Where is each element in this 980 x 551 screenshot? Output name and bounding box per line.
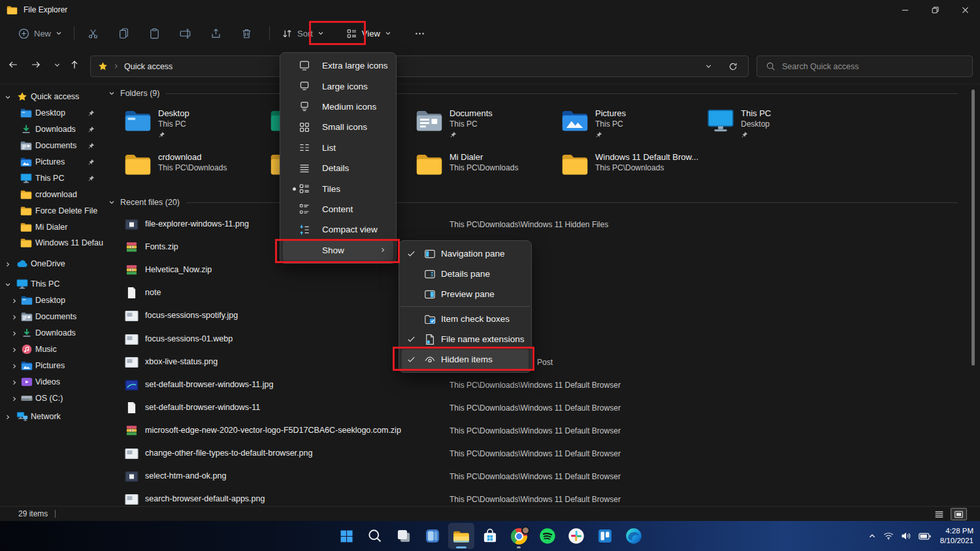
file-row-file-explorer-windows-11-png[interactable]: file-explorer-windows-11.pngThis PC\Down… [103,217,972,234]
taskbar-widgets[interactable] [419,523,446,549]
sidebar-item-pictures[interactable]: Pictures [0,154,103,170]
taskbar-widgets-icon [424,527,441,544]
sort-button[interactable]: Sort [275,22,331,44]
recent-locations-button[interactable] [47,55,67,74]
show-submenu-item-navigation-pane[interactable]: Navigation pane [402,244,529,264]
up-button[interactable] [65,55,84,74]
sidebar-item-this-pc[interactable]: This PC [0,170,103,187]
sidebar-item-documents[interactable]: Documents [0,309,103,325]
close-button[interactable] [950,0,980,20]
wifi-icon[interactable] [883,531,894,541]
taskbar-chrome[interactable] [506,523,532,549]
share-button[interactable] [203,22,229,44]
copy-icon [118,28,129,39]
minimize-button[interactable] [890,0,920,20]
back-button[interactable] [3,55,23,74]
sidebar-item-quick-access[interactable]: Quick access [0,89,103,105]
cut-button[interactable] [80,22,106,44]
large-icons-view-toggle[interactable] [951,508,967,520]
show-submenu-item-hidden-items[interactable]: Hidden items [402,349,529,370]
sidebar-item-music[interactable]: Music [0,341,103,358]
paste-icon [149,28,160,39]
download-icon [21,328,33,338]
copy-button[interactable] [110,22,137,44]
sidebar-item-this-pc[interactable]: This PC [0,276,103,292]
clock[interactable]: 4:28 PM 8/10/2021 [940,526,973,546]
address-bar[interactable]: Quick access [90,55,749,77]
taskbar-start[interactable] [333,523,359,549]
taskbar-file-explorer[interactable] [448,523,474,549]
sidebar-item-downloads[interactable]: Downloads [0,121,103,138]
scrollbar[interactable] [972,89,975,366]
sidebar-item-force-delete-file[interactable]: Force Delete File [0,203,103,219]
battery-icon[interactable] [919,532,931,541]
view-menu-item-compact-view[interactable]: Compact view [283,219,393,240]
file-row-helvetica-now-zip[interactable]: Helvetica_Now.zip [103,262,972,279]
paste-button[interactable] [141,22,167,44]
sidebar-item-videos[interactable]: Videos [0,374,103,390]
file-row-focus-sessions-01-webp[interactable]: focus-sessions-01.webp [103,332,972,349]
file-row-change-other-file-types-to-default-browser-png[interactable]: change-other-file-types-to-default-brows… [103,446,972,463]
sidebar-item-desktop[interactable]: Desktop [0,105,103,121]
file-row-note[interactable]: note [103,285,972,302]
forward-button[interactable] [26,55,46,74]
sidebar-item-onedrive[interactable]: OneDrive [0,256,103,272]
restore-button[interactable] [920,0,950,20]
see-more-button[interactable] [407,22,433,44]
view-button[interactable]: View [340,22,398,44]
checkmark-icon [407,355,416,364]
taskbar-task-view[interactable] [391,523,417,549]
view-menu-item-content[interactable]: Content [283,199,393,219]
sidebar-item-crdownload[interactable]: crdownload [0,187,103,203]
taskbar-edge[interactable] [621,523,647,549]
details-view-toggle[interactable] [931,508,947,520]
sidebar-item-windows-11-defaul[interactable]: Windows 11 Defaul [0,235,103,251]
rename-button[interactable] [172,22,198,44]
file-row-set-default-browser-windows-11-jpg[interactable]: set-default-browser-windows-11.jpgThis P… [103,377,972,394]
refresh-button[interactable] [722,56,744,76]
chevron-down-icon [385,30,391,37]
taskbar-slack[interactable] [563,523,589,549]
view-menu-item-small-icons[interactable]: Small icons [283,117,393,137]
view-menu-item-large-icons[interactable]: Large icons [283,76,393,96]
xl-icons-icon [299,60,310,72]
file-row-focus-sessions-spotify-jpg[interactable]: focus-sessions-spotify.jpg [103,308,972,325]
taskbar-trello[interactable] [592,523,618,549]
taskbar-microsoft-store[interactable] [477,523,503,549]
sidebar-item-documents[interactable]: Documents [0,138,103,154]
sidebar-item-desktop[interactable]: Desktop [0,292,103,309]
volume-icon[interactable] [901,531,911,541]
breadcrumb[interactable]: Quick access [124,62,172,71]
view-menu-item-extra-large-icons[interactable]: Extra large icons [283,55,393,76]
menu-item-label: Large icons [322,82,368,91]
search-input[interactable] [782,62,972,71]
view-menu-item-details[interactable]: Details [283,158,393,178]
show-submenu-item-file-name-extensions[interactable]: File name extensions [402,329,529,349]
sidebar-item-network[interactable]: Network [0,409,103,425]
hidden-icons-chevron-icon[interactable] [868,532,876,540]
view-menu-item-show[interactable]: Show [283,240,393,260]
taskbar-search[interactable] [362,523,388,549]
sidebar-item-os-c[interactable]: OS (C:) [0,390,103,407]
delete-button[interactable] [233,22,259,44]
file-type-img-dark-icon [125,471,139,482]
file-row-microsoft-edge-new-2020-vector-logo-f5d17cba6c-seeklogo-com-zip[interactable]: microsoft-edge-new-2020-vector-logo-F5D1… [103,423,972,440]
file-row-xbox-live-status-png[interactable]: xbox-live-status.pngPost [103,354,972,371]
new-button[interactable]: New [12,22,69,44]
sidebar-item-mi-dialer[interactable]: Mi Dialer [0,219,103,236]
file-row-select-htm-and-ok-png[interactable]: select-htm-and-ok.pngThis PC\Downloads\W… [103,469,972,486]
show-submenu-item-details-pane[interactable]: Details pane [402,264,529,284]
view-menu-item-tiles[interactable]: Tiles [283,178,393,198]
show-submenu-item-item-check-boxes[interactable]: Item check boxes [402,309,529,329]
show-submenu-item-preview-pane[interactable]: Preview pane [402,284,529,304]
file-row-fonts-zip[interactable]: Fonts.zip [103,240,972,257]
sidebar-item-downloads[interactable]: Downloads [0,325,103,341]
taskbar-search-icon [367,527,384,544]
address-dropdown-button[interactable] [697,56,719,76]
view-menu-item-medium-icons[interactable]: Medium icons [283,97,393,117]
view-menu-item-list[interactable]: List [283,138,393,158]
file-row-set-default-browser-windows-11[interactable]: set-default-browser-windows-11This PC\Do… [103,400,972,417]
sidebar-item-pictures[interactable]: Pictures [0,358,103,374]
expand-chevron-icon [5,261,11,268]
taskbar-spotify[interactable] [534,523,561,549]
